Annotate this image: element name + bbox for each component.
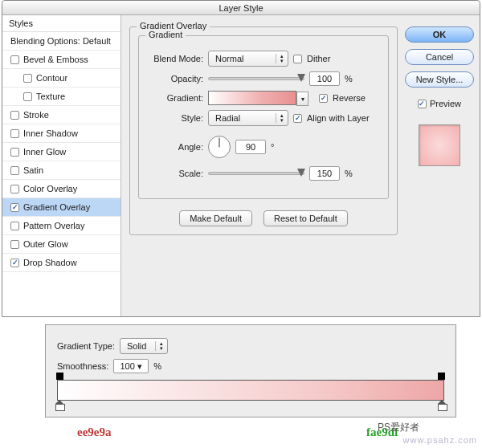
slider-thumb-icon[interactable] bbox=[297, 169, 305, 177]
gradient-type-label: Gradient Type: bbox=[57, 341, 115, 351]
sidebar-item[interactable]: Drop Shadow bbox=[2, 254, 120, 272]
chevron-updown-icon: ▴▾ bbox=[160, 341, 163, 351]
sidebar-item[interactable]: Inner Shadow bbox=[2, 124, 120, 143]
opacity-stop-right[interactable] bbox=[438, 373, 445, 380]
main-panel: Gradient Overlay Gradient Blend Mode: No… bbox=[121, 15, 406, 316]
sidebar-item[interactable]: Pattern Overlay bbox=[2, 217, 120, 235]
preview-label: Preview bbox=[430, 99, 461, 108]
gradient-label: Gradient: bbox=[147, 93, 203, 103]
opacity-stop-left[interactable] bbox=[56, 373, 63, 380]
chevron-updown-icon: ▴▾ bbox=[280, 113, 284, 123]
cancel-button[interactable]: Cancel bbox=[405, 49, 474, 65]
inner-legend: Gradient bbox=[145, 30, 186, 39]
sidebar-item-label: Pattern Overlay bbox=[23, 221, 84, 230]
styles-sidebar: Styles Blending Options: Default Bevel &… bbox=[2, 15, 121, 316]
sidebar-header[interactable]: Styles bbox=[2, 15, 120, 32]
style-checkbox[interactable] bbox=[10, 203, 19, 212]
sidebar-item[interactable]: Color Overlay bbox=[2, 180, 120, 198]
opacity-unit: % bbox=[345, 74, 353, 83]
color-stop-left[interactable] bbox=[55, 400, 63, 409]
watermark-site: www.psahz.com bbox=[403, 435, 477, 445]
style-checkbox[interactable] bbox=[23, 74, 32, 83]
slider-thumb-icon[interactable] bbox=[297, 74, 305, 82]
sidebar-item-label: Contour bbox=[36, 73, 67, 83]
sidebar-item-label: Gradient Overlay bbox=[23, 202, 90, 212]
watermark-credit: PS爱好者 bbox=[378, 421, 419, 434]
style-checkbox[interactable] bbox=[10, 129, 19, 138]
right-column: OK Cancel New Style... Preview bbox=[406, 15, 480, 316]
smoothness-value[interactable]: 100 ▾ bbox=[113, 359, 149, 373]
smoothness-label: Smoothness: bbox=[57, 361, 108, 371]
opacity-label: Opacity: bbox=[147, 74, 203, 83]
color-stop-right[interactable] bbox=[438, 400, 446, 409]
gradient-bar[interactable] bbox=[57, 380, 444, 401]
opacity-value[interactable]: 100 bbox=[309, 71, 340, 86]
style-checkbox[interactable] bbox=[10, 111, 19, 120]
sidebar-item[interactable]: Bevel & Emboss bbox=[2, 51, 120, 69]
style-checkbox[interactable] bbox=[10, 55, 19, 64]
sidebar-item[interactable]: Inner Glow bbox=[2, 143, 120, 161]
sidebar-item-label: Texture bbox=[36, 92, 65, 101]
style-checkbox[interactable] bbox=[10, 185, 19, 193]
style-label: Style: bbox=[147, 113, 203, 123]
scale-value[interactable]: 150 bbox=[309, 166, 340, 181]
gradient-editor-panel: Gradient Type: Solid▴▾ Smoothness: 100 ▾… bbox=[45, 324, 456, 417]
preview-checkbox[interactable] bbox=[418, 100, 427, 108]
style-checkbox[interactable] bbox=[10, 259, 19, 267]
style-checkbox[interactable] bbox=[23, 92, 32, 101]
style-checkbox[interactable] bbox=[10, 166, 19, 175]
reverse-checkbox[interactable] bbox=[319, 94, 328, 103]
scale-unit: % bbox=[345, 169, 353, 178]
style-checkbox[interactable] bbox=[10, 240, 19, 249]
gradient-type-select[interactable]: Solid▴▾ bbox=[120, 338, 168, 354]
gradient-overlay-group: Gradient Overlay Gradient Blend Mode: No… bbox=[129, 26, 398, 235]
blend-mode-select[interactable]: Normal▴▾ bbox=[208, 51, 288, 67]
sidebar-item-label: Satin bbox=[23, 165, 43, 175]
angle-dial[interactable] bbox=[208, 136, 231, 158]
sidebar-item[interactable]: Satin bbox=[2, 161, 120, 180]
sidebar-item-label: Color Overlay bbox=[23, 184, 77, 193]
style-select[interactable]: Radial▴▾ bbox=[208, 110, 288, 126]
reset-default-button[interactable]: Reset to Default bbox=[263, 210, 348, 226]
hex-left: ee9e9a bbox=[77, 426, 111, 439]
sidebar-item[interactable]: Outer Glow bbox=[2, 235, 120, 254]
sidebar-item[interactable]: Texture bbox=[2, 88, 120, 106]
sidebar-item[interactable]: Contour bbox=[2, 69, 120, 88]
align-checkbox[interactable] bbox=[293, 114, 302, 123]
sidebar-item-label: Inner Glow bbox=[23, 147, 66, 157]
dither-checkbox[interactable] bbox=[293, 55, 302, 63]
opacity-slider[interactable] bbox=[208, 77, 304, 80]
scale-slider[interactable] bbox=[208, 172, 304, 175]
preview-swatch bbox=[419, 124, 460, 166]
sidebar-item-label: Inner Shadow bbox=[23, 128, 78, 138]
reverse-label: Reverse bbox=[333, 93, 366, 103]
sidebar-item-label: Outer Glow bbox=[23, 239, 68, 249]
sidebar-item-label: Drop Shadow bbox=[23, 258, 77, 267]
angle-label: Angle: bbox=[147, 142, 203, 152]
dialog-content: Styles Blending Options: Default Bevel &… bbox=[2, 15, 480, 316]
make-default-button[interactable]: Make Default bbox=[179, 210, 252, 226]
blend-mode-label: Blend Mode: bbox=[147, 54, 203, 63]
angle-value[interactable]: 90 bbox=[235, 140, 266, 154]
chevron-updown-icon: ▴▾ bbox=[280, 54, 284, 63]
gradient-swatch[interactable]: ▾ bbox=[208, 91, 296, 105]
sidebar-item[interactable]: Stroke bbox=[2, 106, 120, 124]
gradient-inner-group: Gradient Blend Mode: Normal▴▾ Dither Opa… bbox=[138, 35, 389, 199]
sidebar-blending-options[interactable]: Blending Options: Default bbox=[2, 32, 120, 51]
sidebar-item[interactable]: Gradient Overlay bbox=[2, 198, 120, 217]
align-label: Align with Layer bbox=[307, 113, 370, 123]
sidebar-item-label: Bevel & Emboss bbox=[23, 55, 88, 64]
dither-label: Dither bbox=[307, 54, 330, 63]
angle-unit: ° bbox=[271, 142, 274, 152]
ok-button[interactable]: OK bbox=[405, 26, 474, 43]
style-checkbox[interactable] bbox=[10, 148, 19, 157]
scale-label: Scale: bbox=[147, 169, 203, 178]
layer-style-dialog: Layer Style Styles Blending Options: Def… bbox=[2, 0, 480, 317]
sidebar-item-label: Stroke bbox=[23, 110, 49, 120]
new-style-button[interactable]: New Style... bbox=[405, 71, 474, 88]
chevron-down-icon[interactable]: ▾ bbox=[296, 92, 308, 106]
dialog-title: Layer Style bbox=[2, 1, 480, 15]
style-checkbox[interactable] bbox=[10, 222, 19, 230]
smoothness-unit: % bbox=[153, 361, 161, 371]
